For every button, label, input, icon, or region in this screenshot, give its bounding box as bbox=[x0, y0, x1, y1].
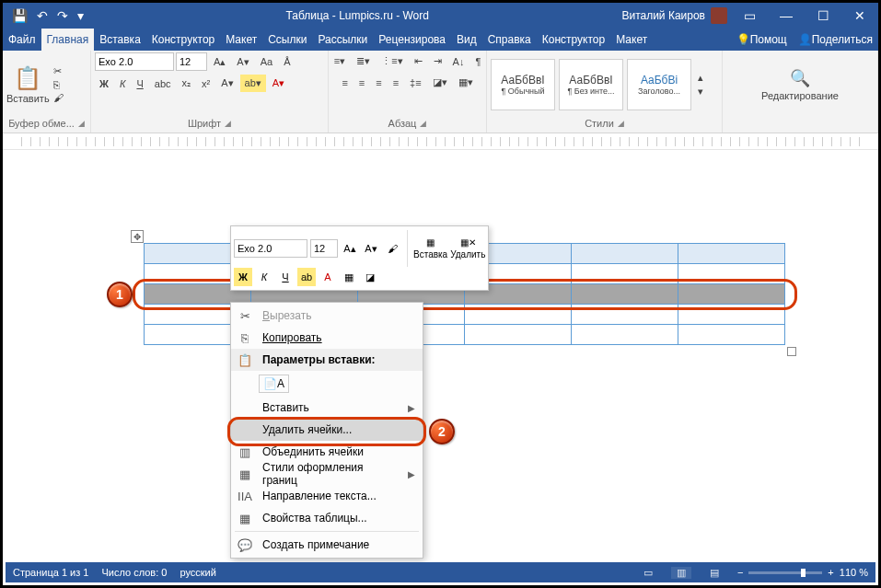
status-page[interactable]: Страница 1 из 1 bbox=[13, 567, 88, 578]
mini-delete-button[interactable]: Удалить bbox=[450, 249, 485, 259]
ctx-new-comment[interactable]: 💬Создать примечание bbox=[231, 534, 423, 556]
tell-me[interactable]: 💡 Помощ bbox=[731, 29, 793, 51]
mini-borders-icon[interactable]: ▦ bbox=[340, 268, 358, 286]
user-name[interactable]: Виталий Каиров bbox=[621, 9, 705, 22]
shading-icon[interactable]: ◪▾ bbox=[428, 74, 452, 91]
sort-icon[interactable]: A↓ bbox=[448, 53, 469, 70]
ctx-copy[interactable]: ⎘Копировать bbox=[231, 327, 423, 349]
table-resize-handle-icon[interactable] bbox=[787, 347, 796, 356]
find-icon[interactable]: 🔍 bbox=[790, 68, 810, 88]
mini-insert-icon[interactable]: ▦ bbox=[426, 237, 435, 248]
underline-button[interactable]: Ч bbox=[132, 75, 147, 92]
font-color-icon[interactable]: A▾ bbox=[268, 75, 289, 92]
mini-font-combo[interactable] bbox=[234, 239, 307, 258]
share-button[interactable]: 👤 Поделиться bbox=[793, 29, 878, 51]
tab-design[interactable]: Конструктор bbox=[146, 29, 220, 51]
multilevel-icon[interactable]: ⋮≡▾ bbox=[377, 52, 407, 70]
document-area[interactable]: ✥ 1 A▴ A▾ 🖌 ▦ Вставка ▦✕ Удалить bbox=[6, 156, 875, 563]
grow-font-icon[interactable]: A▴ bbox=[209, 53, 230, 71]
status-words[interactable]: Число слов: 0 bbox=[101, 567, 167, 578]
tab-layout[interactable]: Макет bbox=[220, 29, 262, 51]
ctx-merge-cells[interactable]: ▥Объединить ячейки bbox=[231, 441, 423, 463]
bullets-icon[interactable]: ≡▾ bbox=[330, 52, 350, 70]
maximize-icon[interactable]: ☐ bbox=[805, 8, 841, 23]
style-nospacing[interactable]: АаБбВвІ¶ Без инте... bbox=[559, 59, 623, 110]
ctx-border-styles[interactable]: ▦Стили оформления границ▶ bbox=[231, 463, 423, 485]
shrink-font-icon[interactable]: A▾ bbox=[232, 53, 253, 71]
italic-button[interactable]: К bbox=[115, 75, 130, 92]
font-size-combo[interactable] bbox=[176, 52, 207, 71]
close-icon[interactable]: ✕ bbox=[841, 8, 878, 23]
align-center-icon[interactable]: ≡ bbox=[354, 75, 369, 91]
clear-format-icon[interactable]: Å bbox=[279, 53, 295, 70]
change-case-icon[interactable]: Aa bbox=[256, 53, 277, 70]
justify-icon[interactable]: ≡ bbox=[388, 75, 403, 91]
view-read-icon[interactable]: ▭ bbox=[638, 567, 658, 579]
styles-more-icon[interactable]: ▴ bbox=[698, 72, 703, 84]
tab-references[interactable]: Ссылки bbox=[262, 29, 312, 51]
style-normal[interactable]: АаБбВвІ¶ Обычный bbox=[491, 59, 555, 110]
zoom-out-icon[interactable]: − bbox=[737, 567, 743, 578]
tab-help[interactable]: Справка bbox=[482, 29, 537, 51]
mini-format-painter-icon[interactable]: 🖌 bbox=[383, 239, 401, 258]
superscript-button[interactable]: x² bbox=[197, 75, 214, 92]
paste-button[interactable]: Вставить bbox=[6, 93, 50, 104]
mini-underline-icon[interactable]: Ч bbox=[276, 268, 295, 286]
line-spacing-icon[interactable]: ‡≡ bbox=[405, 75, 426, 91]
paste-icon[interactable]: 📋 bbox=[14, 65, 41, 91]
mini-delete-icon[interactable]: ▦✕ bbox=[460, 237, 476, 248]
inc-indent-icon[interactable]: ⇥ bbox=[429, 52, 446, 70]
mini-bold-icon[interactable]: Ж bbox=[234, 268, 252, 286]
mini-size-combo[interactable] bbox=[310, 239, 338, 258]
align-left-icon[interactable]: ≡ bbox=[337, 75, 352, 91]
ribbon-options-icon[interactable]: ▭ bbox=[731, 8, 768, 23]
bold-button[interactable]: Ж bbox=[95, 75, 113, 92]
qat-more-icon[interactable]: ▾ bbox=[77, 8, 84, 23]
mini-shrink-icon[interactable]: A▾ bbox=[362, 239, 380, 258]
numbering-icon[interactable]: ≣▾ bbox=[352, 52, 375, 70]
group-editing-label[interactable]: Редактирование bbox=[761, 90, 839, 101]
tab-view[interactable]: Вид bbox=[451, 29, 482, 51]
zoom-in-icon[interactable]: + bbox=[828, 567, 833, 578]
mini-insert-button[interactable]: Вставка bbox=[413, 249, 447, 259]
zoom-level[interactable]: 110 % bbox=[840, 567, 868, 578]
strike-button[interactable]: abc bbox=[150, 75, 176, 92]
table-move-handle-icon[interactable]: ✥ bbox=[131, 230, 144, 243]
mini-italic-icon[interactable]: К bbox=[255, 268, 273, 286]
cut-icon[interactable]: ✂ bbox=[53, 65, 64, 77]
zoom-slider[interactable] bbox=[748, 571, 822, 574]
mini-grow-icon[interactable]: A▴ bbox=[341, 239, 359, 258]
copy-icon[interactable]: ⎘ bbox=[53, 79, 64, 90]
ruler[interactable] bbox=[3, 133, 878, 150]
tab-table-design[interactable]: Конструктор bbox=[537, 29, 610, 51]
ctx-delete-cells[interactable]: Удалить ячейки... bbox=[231, 419, 423, 441]
mini-highlight-icon[interactable]: ab bbox=[297, 268, 316, 286]
paste-keep-text-icon[interactable]: 📄A bbox=[259, 375, 289, 393]
minimize-icon[interactable]: — bbox=[768, 8, 805, 23]
ctx-insert[interactable]: Вставить▶ bbox=[231, 397, 423, 419]
dec-indent-icon[interactable]: ⇤ bbox=[410, 52, 427, 70]
subscript-button[interactable]: x₂ bbox=[178, 75, 196, 92]
mini-fontcolor-icon[interactable]: A bbox=[319, 268, 337, 286]
tab-mailings[interactable]: Рассылки bbox=[312, 29, 373, 51]
ctx-cut[interactable]: ✂Вырезать bbox=[231, 305, 423, 327]
ctx-text-direction[interactable]: IIAНаправление текста... bbox=[231, 485, 423, 507]
view-web-icon[interactable]: ▤ bbox=[704, 567, 725, 579]
tab-table-layout[interactable]: Макет bbox=[610, 29, 653, 51]
font-name-combo[interactable] bbox=[95, 52, 174, 71]
qat-save-icon[interactable]: 💾 bbox=[12, 8, 28, 23]
show-marks-icon[interactable]: ¶ bbox=[470, 53, 485, 70]
tab-insert[interactable]: Вставка bbox=[94, 29, 146, 51]
borders-icon[interactable]: ▦▾ bbox=[454, 74, 478, 91]
qat-undo-icon[interactable]: ↶ bbox=[37, 8, 48, 23]
format-painter-icon[interactable]: 🖌 bbox=[53, 92, 64, 103]
status-lang[interactable]: русский bbox=[180, 567, 215, 578]
tab-review[interactable]: Рецензирова bbox=[373, 29, 451, 51]
style-heading1[interactable]: АаБбВіЗаголово... bbox=[627, 59, 691, 110]
mini-shading-icon[interactable]: ◪ bbox=[361, 268, 379, 286]
text-effects-icon[interactable]: A▾ bbox=[216, 75, 238, 92]
qat-redo-icon[interactable]: ↷ bbox=[57, 8, 68, 23]
view-print-icon[interactable]: ▥ bbox=[671, 567, 691, 579]
align-right-icon[interactable]: ≡ bbox=[371, 75, 386, 91]
tab-home[interactable]: Главная bbox=[41, 29, 95, 51]
